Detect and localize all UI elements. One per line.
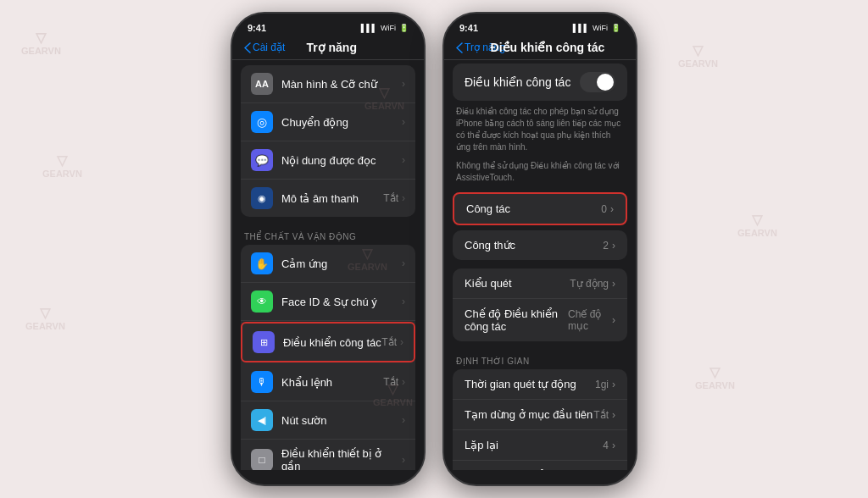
list-group-vision: AA Màn hình & Cỡ chữ › ◎ Chuyển động › 💬… (241, 65, 415, 217)
timing-header: ĐỊNH THỜI GIAN (444, 346, 636, 369)
description-2: Không thể sử dụng Điều khiển công tác vớ… (444, 160, 636, 191)
screen-label: Màn hình & Cỡ chữ (281, 78, 402, 91)
sidebutton-icon: ◀| (251, 409, 273, 431)
switch-icon: ⊞ (253, 331, 275, 353)
nav-right: Trợ năng Điều khiển công tác (444, 37, 636, 60)
congthuc-label: Công thức (465, 239, 515, 252)
motion-icon: ◎ (251, 111, 273, 133)
screen-icon: AA (251, 73, 273, 95)
list-item-faceid[interactable]: 👁 Face ID & Sự chú ý › (241, 283, 415, 321)
content-icon: 💬 (251, 149, 273, 171)
right-item-congtac[interactable]: Công tác 0 › (454, 194, 626, 224)
switch-value: Tắt (381, 336, 397, 348)
congtac-value: 0 (601, 203, 607, 215)
chevron-icon-laplaidi: › (612, 470, 615, 471)
audio-label: Mô tả âm thanh (281, 192, 383, 205)
kieuscan-value: Tự động (570, 278, 609, 290)
tamdung-label: Tạm dừng ở mục đầu tiên (465, 408, 593, 421)
chevron-icon-thoigian: › (612, 379, 615, 390)
touch-label: Cảm ứng (281, 257, 402, 270)
status-bar-left: 9:41 ▌▌▌ WiFi 🔋 (232, 14, 424, 37)
kieuscan-value-group: Tự động › (570, 278, 615, 290)
list-item-motion[interactable]: ◎ Chuyển động › (241, 103, 415, 141)
content-right[interactable]: Điều khiển công tác Điều khiển công tác … (444, 60, 636, 470)
chevron-icon: › (402, 78, 405, 90)
switch-label: Điều khiển công tác (283, 336, 381, 349)
chevron-icon-tamdung: › (612, 409, 615, 421)
chevron-icon-congtac: › (610, 203, 614, 215)
chedomuc-value: Chế độ mục (568, 308, 609, 332)
battery-icon: 🔋 (399, 24, 409, 32)
signal-icon-r: ▌▌▌ (573, 24, 589, 32)
list-group-physical: ✋ Cảm ứng › 👁 Face ID & Sự chú ý › ⊞ Điề… (241, 245, 415, 470)
motion-label: Chuyển động (281, 116, 402, 129)
right-item-tamdung[interactable]: Tạm dừng ở mục đầu tiên Tắt › (453, 400, 627, 430)
physical-section-header: THỂ CHẤT VÀ VẬN ĐỘNG (232, 222, 424, 245)
chevron-icon: › (402, 296, 405, 307)
description-1: Điều khiển công tác cho phép bạn sử dụng… (444, 102, 636, 160)
laplaidi-value: Tắt (593, 470, 609, 471)
signal-icon: ▌▌▌ (361, 24, 377, 32)
toggle-row: Điều khiển công tác (453, 64, 627, 101)
audio-icon: ◉ (251, 187, 273, 209)
list-item-sidebutton[interactable]: ◀| Nút sườn › (241, 401, 415, 440)
page-title-left: Trợ năng (251, 41, 412, 54)
list-item-nearbydevice[interactable]: □ Điều khiển thiết bị ở gần › (241, 440, 415, 470)
content-left[interactable]: AA Màn hình & Cỡ chữ › ◎ Chuyển động › 💬… (232, 60, 424, 470)
thoigian-label: Thời gian quét tự động (465, 378, 576, 390)
right-item-kieuscan[interactable]: Kiểu quét Tự động › (453, 268, 627, 299)
wifi-icon: WiFi (381, 24, 396, 32)
list-item-content[interactable]: 💬 Nội dung được đọc › (241, 141, 415, 180)
chevron-icon: › (402, 414, 405, 426)
laplaidi-label: Lặp lại di chuyển (465, 469, 549, 470)
list-item-touch[interactable]: ✋ Cảm ứng › (241, 245, 415, 283)
congthuc-value-group: 2 › (603, 240, 615, 252)
laplai-label: Lặp lại (465, 439, 498, 451)
chevron-icon: › (402, 376, 405, 388)
toggle-knob (597, 74, 614, 91)
status-icons-right: ▌▌▌ WiFi 🔋 (573, 24, 620, 32)
toggle-label: Điều khiển công tác (465, 75, 570, 89)
chevron-icon: › (402, 257, 405, 269)
highlighted-switch-control: ⊞ Điều khiển công tác Tắt › (241, 322, 415, 362)
right-list-scan: Kiểu quét Tự động › Chế độ Điều khiển cô… (453, 268, 627, 341)
voice-value: Tắt (383, 376, 398, 388)
chedomuc-label: Chế độ Điều khiển công tác (465, 307, 568, 333)
right-item-laplaidi[interactable]: Lặp lại di chuyển Tắt › (453, 461, 627, 470)
content-label: Nội dung được đọc (281, 154, 402, 167)
tamdung-value-group: Tắt › (593, 409, 615, 421)
right-item-chedomuc[interactable]: Chế độ Điều khiển công tác Chế độ mục › (453, 299, 627, 341)
nearbydevice-label: Điều khiển thiết bị ở gần (281, 447, 402, 470)
switch-toggle[interactable] (580, 72, 615, 92)
chevron-icon-congthuc: › (612, 240, 615, 252)
chevron-left-icon-r (456, 42, 463, 53)
kieuscan-label: Kiểu quét (465, 277, 512, 290)
list-item-voice[interactable]: 🎙 Khẩu lệnh Tắt › (241, 363, 415, 401)
right-item-thoigian[interactable]: Thời gian quét tự động 1gi › (453, 369, 627, 400)
laplai-value-group: 4 › (603, 440, 615, 451)
phones-container: 9:41 ▌▌▌ WiFi 🔋 Cài đặt Trợ năng A (231, 12, 637, 486)
thoigian-value: 1gi (595, 379, 609, 390)
list-item-screen[interactable]: AA Màn hình & Cỡ chữ › (241, 65, 415, 103)
right-item-congthuc[interactable]: Công thức 2 › (453, 230, 627, 260)
audio-value: Tắt (383, 192, 398, 204)
faceid-label: Face ID & Sự chú ý (281, 296, 402, 308)
page-title-right: Điều khiển công tác (471, 41, 624, 54)
chevron-icon: › (402, 192, 405, 204)
congthuc-value: 2 (603, 240, 609, 252)
laplaidi-value-group: Tắt › (593, 470, 615, 471)
laplai-value: 4 (603, 440, 609, 451)
thoigian-value-group: 1gi › (595, 379, 615, 390)
list-item-switchcontrol[interactable]: ⊞ Điều khiển công tác Tắt › (242, 324, 414, 361)
sidebutton-label: Nút sườn (281, 414, 402, 427)
chedomuc-value-group: Chế độ mục › (568, 308, 615, 332)
voice-icon: 🎙 (251, 371, 273, 393)
phone-left: 9:41 ▌▌▌ WiFi 🔋 Cài đặt Trợ năng A (231, 12, 426, 486)
status-icons-left: ▌▌▌ WiFi 🔋 (361, 24, 409, 32)
tamdung-value: Tắt (593, 409, 609, 421)
list-item-audio[interactable]: ◉ Mô tả âm thanh Tắt › (241, 180, 415, 217)
right-item-laplai[interactable]: Lặp lại 4 › (453, 430, 627, 461)
chevron-icon: › (402, 154, 405, 166)
highlighted-congtac: Công tác 0 › (453, 192, 627, 225)
congtac-label: Công tác (466, 202, 510, 215)
